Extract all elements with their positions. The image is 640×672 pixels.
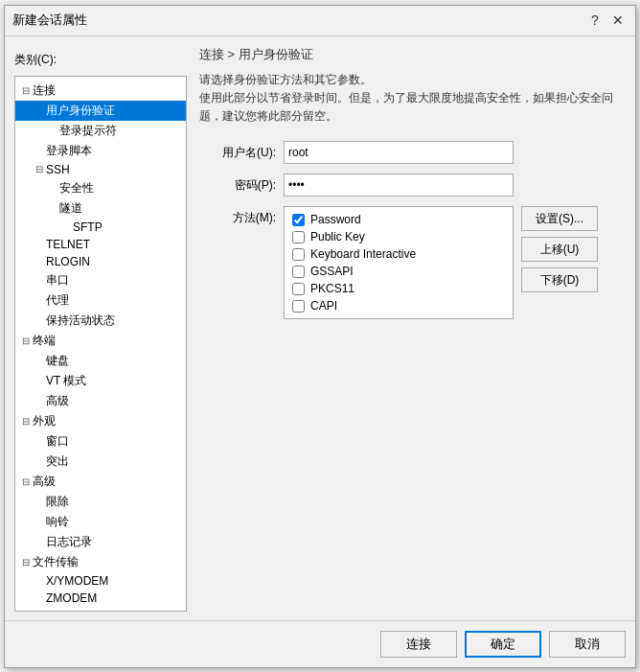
sidebar-item-advanced2[interactable]: ⊟高级 (15, 472, 186, 492)
sidebar-label-limit: 限除 (46, 494, 69, 510)
sidebar-item-window[interactable]: 窗口 (15, 431, 186, 452)
sidebar-item-ssh[interactable]: ⊟SSH (15, 161, 186, 178)
sidebar-item-sftp[interactable]: SFTP (15, 219, 186, 236)
sidebar-item-login-prompt[interactable]: 登录提示符 (15, 121, 186, 141)
sidebar-item-rlogin[interactable]: RLOGIN (15, 253, 186, 270)
sidebar-item-advanced[interactable]: 高级 (15, 391, 186, 411)
sidebar-item-proxy[interactable]: 代理 (15, 290, 186, 311)
sidebar-label-login-script: 登录脚本 (46, 143, 92, 159)
username-input[interactable] (284, 141, 514, 164)
sidebar-item-terminal[interactable]: ⊟终端 (15, 331, 186, 351)
sidebar-label-bell: 响铃 (46, 514, 69, 530)
sidebar-item-tunnel[interactable]: 隧道 (15, 198, 186, 219)
sidebar-label-serial: 串口 (46, 272, 69, 289)
connect-button[interactable]: 连接 (380, 631, 457, 658)
sidebar: ⊟连接用户身份验证登录提示符登录脚本⊟SSH安全性隧道SFTPTELNETRLO… (14, 76, 187, 612)
sidebar-label-window: 窗口 (46, 433, 69, 450)
sidebar-label-zmodem: ZMODEM (46, 591, 97, 605)
username-label: 用户名(U): (199, 145, 276, 161)
dialog-footer: 连接 确定 取消 (5, 620, 635, 667)
method-item-gssapi[interactable]: GSSAPI (292, 265, 505, 278)
sidebar-item-user-auth[interactable]: 用户身份验证 (15, 101, 186, 121)
sidebar-label-keepalive: 保持活动状态 (46, 313, 115, 329)
sidebar-item-zmodem[interactable]: ZMODEM (15, 590, 186, 607)
username-row: 用户名(U): (199, 141, 626, 164)
sidebar-label-advanced: 高级 (46, 393, 69, 409)
sidebar-label-log: 日志记录 (46, 534, 92, 550)
sidebar-item-file-transfer[interactable]: ⊟文件传输 (15, 552, 186, 572)
sidebar-label-ssh: SSH (46, 163, 70, 176)
dialog: 新建会话属性 ? ✕ 类别(C): ⊟连接用户身份验证登录提示符登录脚本⊟SSH… (4, 5, 636, 668)
dialog-body: 类别(C): ⊟连接用户身份验证登录提示符登录脚本⊟SSH安全性隧道SFTPTE… (5, 36, 635, 620)
sidebar-label-tunnel: 隧道 (59, 200, 82, 217)
help-button[interactable]: ? (585, 11, 605, 30)
sidebar-item-xymodem[interactable]: X/YMODEM (15, 572, 186, 590)
sidebar-item-keyboard[interactable]: 键盘 (15, 351, 186, 371)
settings-button[interactable]: 设置(S)... (521, 206, 598, 231)
password-input[interactable] (284, 174, 514, 197)
sidebar-item-bell[interactable]: 响铃 (15, 512, 186, 532)
method-checkbox-keyboard[interactable] (292, 248, 305, 261)
move-down-button[interactable]: 下移(D) (521, 267, 598, 292)
sidebar-item-keepalive[interactable]: 保持活动状态 (15, 311, 186, 331)
method-item-keyboard[interactable]: Keyboard Interactive (292, 247, 505, 261)
sidebar-label-xymodem: X/YMODEM (46, 574, 108, 588)
sidebar-item-login-script[interactable]: 登录脚本 (15, 141, 186, 161)
close-button[interactable]: ✕ (608, 11, 628, 30)
method-list: PasswordPublic KeyKeyboard InteractiveGS… (284, 206, 514, 319)
sidebar-label-keyboard: 键盘 (46, 353, 69, 369)
method-buttons: 设置(S)... 上移(U) 下移(D) (521, 206, 598, 292)
move-up-button[interactable]: 上移(U) (521, 237, 598, 262)
sidebar-label-proxy: 代理 (46, 292, 69, 309)
sidebar-label-appearance: 外观 (33, 413, 56, 429)
password-label: 密码(P): (199, 177, 276, 194)
method-label: 方法(M): (199, 206, 276, 226)
sidebar-label-rlogin: RLOGIN (46, 255, 90, 268)
sidebar-label-vt-mode: VT 模式 (46, 373, 86, 389)
sidebar-item-limit[interactable]: 限除 (15, 492, 186, 512)
breadcrumb: 连接 > 用户身份验证 (199, 46, 626, 63)
form-section: 用户名(U): 密码(P): 方法(M): PasswordPublic Key… (199, 141, 626, 610)
sidebar-label-connection: 连接 (33, 82, 56, 99)
method-item-password[interactable]: Password (292, 213, 505, 226)
dialog-title: 新建会话属性 (12, 12, 87, 29)
method-checkbox-gssapi[interactable] (292, 266, 305, 278)
sidebar-item-vt-mode[interactable]: VT 模式 (15, 371, 186, 391)
ok-button[interactable]: 确定 (465, 631, 541, 658)
method-checkbox-publickey[interactable] (292, 231, 305, 243)
sidebar-label-sftp: SFTP (73, 220, 103, 234)
sidebar-label-highlight: 突出 (46, 453, 69, 470)
desc-line2: 使用此部分以节省登录时间。但是，为了最大限度地提高安全性，如果担心安全问题，建议… (199, 89, 626, 126)
method-checkbox-password[interactable] (292, 214, 305, 226)
sidebar-item-security[interactable]: 安全性 (15, 178, 186, 198)
description: 请选择身份验证方法和其它参数。 使用此部分以节省登录时间。但是，为了最大限度地提… (199, 71, 626, 127)
sidebar-label-terminal: 终端 (33, 333, 56, 349)
method-checkbox-pkcs11[interactable] (292, 283, 305, 295)
method-area: PasswordPublic KeyKeyboard InteractiveGS… (284, 206, 598, 319)
category-label: 类别(C): (14, 46, 192, 72)
method-label-keyboard: Keyboard Interactive (310, 247, 416, 261)
sidebar-label-security: 安全性 (59, 180, 94, 197)
sidebar-item-connection[interactable]: ⊟连接 (15, 81, 186, 101)
sidebar-item-appearance[interactable]: ⊟外观 (15, 411, 186, 431)
method-row: 方法(M): PasswordPublic KeyKeyboard Intera… (199, 206, 626, 319)
sidebar-item-highlight[interactable]: 突出 (15, 452, 186, 472)
sidebar-label-user-auth: 用户身份验证 (46, 103, 115, 119)
cancel-button[interactable]: 取消 (549, 631, 626, 658)
method-item-pkcs11[interactable]: PKCS11 (292, 282, 505, 295)
sidebar-label-login-prompt: 登录提示符 (59, 123, 117, 139)
title-bar: 新建会话属性 ? ✕ (5, 6, 635, 36)
method-label-gssapi: GSSAPI (310, 265, 354, 278)
sidebar-item-telnet[interactable]: TELNET (15, 236, 186, 253)
password-row: 密码(P): (199, 174, 626, 197)
sidebar-label-telnet: TELNET (46, 238, 90, 251)
main-content: 连接 > 用户身份验证 请选择身份验证方法和其它参数。 使用此部分以节省登录时间… (199, 46, 626, 611)
sidebar-item-serial[interactable]: 串口 (15, 270, 186, 290)
desc-line1: 请选择身份验证方法和其它参数。 (199, 71, 626, 89)
method-label-publickey: Public Key (310, 230, 365, 243)
sidebar-item-log[interactable]: 日志记录 (15, 532, 186, 552)
sidebar-label-file-transfer: 文件传输 (33, 554, 79, 570)
method-item-publickey[interactable]: Public Key (292, 230, 505, 243)
method-checkbox-capi[interactable] (292, 300, 305, 313)
method-item-capi[interactable]: CAPI (292, 299, 505, 313)
